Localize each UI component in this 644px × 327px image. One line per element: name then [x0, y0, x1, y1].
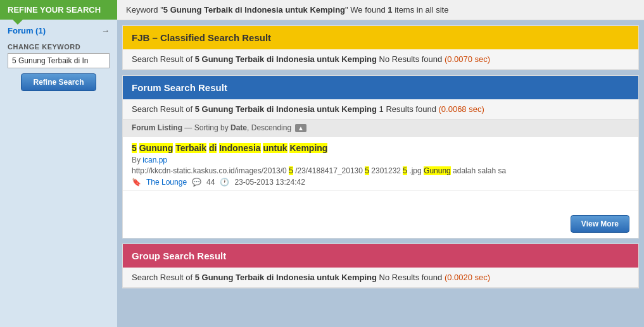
post-meta-row: 🔖 The Lounge 💬 44 🕐 23-05-2013 13:24:42 — [132, 178, 629, 187]
forum-time: (0.0068 sec) — [439, 104, 484, 114]
forum-result-text: Search Result of 5 Gunung Terbaik di Ind… — [132, 104, 484, 114]
spacer — [123, 191, 638, 210]
post-url-line: http://kkcdn-static.kaskus.co.id/images/… — [132, 166, 629, 175]
change-keyword-label: CHANGE KEYWORD — [0, 39, 117, 53]
title-word-untuk: untuk — [263, 143, 287, 153]
post-title: 5 Gunung Terbaik di Indonesia untuk Kemp… — [132, 143, 629, 153]
forum-count: (1) — [35, 26, 46, 35]
search-summary-text: Keyword "5 Gunung Terbaik di Indonesia u… — [126, 5, 448, 15]
comment-count: 44 — [206, 178, 215, 187]
url-5-2: 5 — [365, 166, 369, 175]
date-icon: 🕐 — [220, 178, 229, 187]
sort-key: Date — [230, 123, 247, 132]
fjb-title: FJB – Classified Search Result — [132, 32, 629, 43]
search-keyword: 5 Gunung Terbaik di Indonesia untuk Kemp… — [163, 5, 345, 15]
group-header: Group Search Result — [123, 244, 638, 268]
forum-arrow-icon: → — [101, 26, 110, 35]
url-5-3: 5 — [403, 166, 407, 175]
title-word-di: di — [209, 143, 217, 153]
result-count: 1 — [388, 5, 392, 15]
forum-title: Forum Search Result — [132, 82, 629, 93]
comment-icon: 💬 — [192, 178, 201, 187]
group-keyword: 5 Gunung Terbaik di Indonesia untuk Kemp… — [195, 273, 377, 282]
forum-listing-text: Forum Listing — [132, 123, 182, 132]
title-word-terbaik: Terbaik — [175, 143, 206, 153]
sort-icon: ▲ — [295, 124, 306, 132]
keyword-input[interactable] — [8, 53, 110, 68]
group-title: Group Search Result — [132, 250, 629, 261]
post-author-line: By ican.pp — [132, 156, 629, 164]
url-gunung: Gunung — [424, 166, 451, 175]
title-word-5: 5 — [132, 143, 137, 153]
post-item: 5 Gunung Terbaik di Indonesia untuk Kemp… — [123, 137, 638, 191]
group-time: (0.0020 sec) — [445, 273, 490, 282]
forum-listing-label: Forum Listing — Sorting by Date, Descend… — [132, 123, 291, 132]
refine-search-label: REFINE YOUR SEARCH — [8, 5, 101, 15]
group-section: Group Search Result Search Result of 5 G… — [122, 244, 639, 288]
group-result-text: Search Result of 5 Gunung Terbaik di Ind… — [132, 273, 490, 282]
post-author-link[interactable]: ican.pp — [142, 156, 167, 164]
title-word-kemping: Kemping — [289, 143, 327, 153]
fjb-result-text: Search Result of 5 Gunung Terbaik di Ind… — [132, 54, 490, 64]
fjb-header: FJB – Classified Search Result — [123, 26, 638, 49]
refine-search-header: REFINE YOUR SEARCH — [0, 0, 117, 20]
tag-the-lounge[interactable]: The Lounge — [146, 178, 187, 187]
forum-filter-label: Forum (1) — [8, 26, 46, 35]
tag-icon: 🔖 — [132, 178, 141, 187]
sidebar: REFINE YOUR SEARCH Forum (1) → CHANGE KE… — [0, 0, 117, 327]
forum-header: Forum Search Result — [123, 76, 638, 99]
forum-label: Forum — [8, 26, 33, 35]
fjb-keyword: 5 Gunung Terbaik di Indonesia untuk Kemp… — [195, 54, 377, 64]
view-more-bar: View More — [123, 210, 638, 238]
view-more-button[interactable]: View More — [571, 215, 629, 233]
main-content: Keyword "5 Gunung Terbaik di Indonesia u… — [117, 0, 644, 327]
fjb-section: FJB – Classified Search Result Search Re… — [122, 25, 639, 70]
search-summary-bar: Keyword "5 Gunung Terbaik di Indonesia u… — [117, 0, 644, 20]
title-word-indonesia: Indonesia — [219, 143, 260, 153]
refine-search-button[interactable]: Refine Search — [21, 73, 96, 91]
fjb-result-bar: Search Result of 5 Gunung Terbaik di Ind… — [123, 49, 638, 70]
forum-keyword: 5 Gunung Terbaik di Indonesia untuk Kemp… — [195, 104, 377, 114]
url-5-1: 5 — [289, 166, 293, 175]
forum-result-bar: Search Result of 5 Gunung Terbaik di Ind… — [123, 99, 638, 120]
title-word-gunung: Gunung — [139, 143, 174, 153]
post-date: 23-05-2013 13:24:42 — [234, 178, 305, 187]
group-result-bar: Search Result of 5 Gunung Terbaik di Ind… — [123, 268, 638, 288]
forum-listing-bar: Forum Listing — Sorting by Date, Descend… — [123, 120, 638, 137]
forum-section: Forum Search Result Search Result of 5 G… — [122, 75, 639, 238]
fjb-time: (0.0070 sec) — [445, 54, 490, 64]
